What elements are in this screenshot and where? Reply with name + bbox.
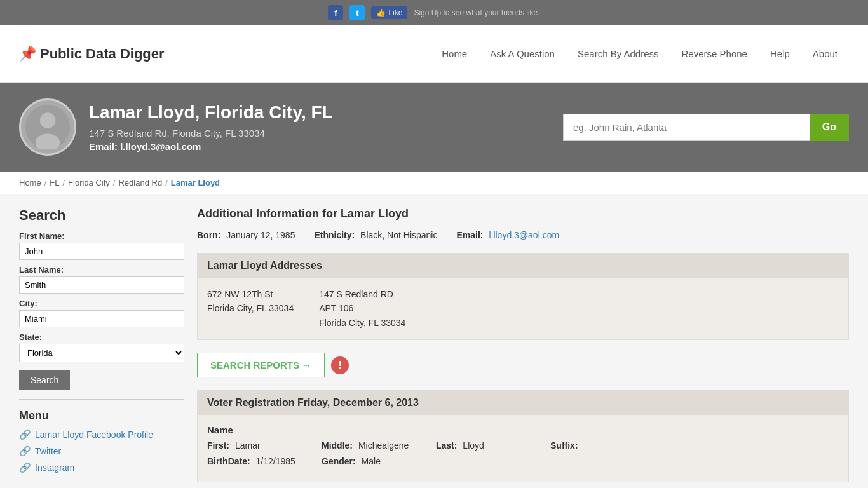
section-title: Additional Information for Lamar Lloyd xyxy=(197,207,849,220)
city-group: City: xyxy=(19,299,184,327)
facebook-icon: f xyxy=(328,5,343,20)
voter-middle: Middle: Michealgene xyxy=(322,440,436,451)
city-input[interactable] xyxy=(19,310,184,327)
main-layout: Search First Name: Last Name: City: Stat… xyxy=(0,194,868,488)
voter-heading: Voter Registration Friday, December 6, 2… xyxy=(198,391,848,415)
sidebar-search-heading: Search xyxy=(19,207,184,224)
voter-row-2: BirthDate: 1/12/1985 Gender: Male xyxy=(207,456,839,469)
site-header: 📌 Public Data Digger Home Ask A Question… xyxy=(0,25,868,83)
search-reports-button[interactable]: SEARCH REPORTS → xyxy=(197,353,325,377)
address1-line1: 672 NW 12Th St xyxy=(207,287,294,301)
address2-line2: APT 106 xyxy=(319,301,405,315)
ethnicity-label: Ethnicity: xyxy=(314,230,355,240)
svg-point-1 xyxy=(40,112,56,128)
pin-icon: 📌 xyxy=(19,46,36,62)
voter-body: Name First: Lamar Middle: Michealgene La… xyxy=(198,415,848,482)
sidebar-divider xyxy=(19,399,184,400)
nav-ask-question[interactable]: Ask A Question xyxy=(478,25,566,83)
sidebar-link-twitter[interactable]: 🔗 Twitter xyxy=(19,445,184,457)
voter-section: Voter Registration Friday, December 6, 2… xyxy=(197,390,849,482)
breadcrumb-home[interactable]: Home xyxy=(19,178,41,187)
last-name-group: Last Name: xyxy=(19,265,184,294)
twitter-icon: t xyxy=(349,5,365,20)
external-link-icon: 🔗 xyxy=(19,429,31,440)
voter-last: Last: Lloyd xyxy=(436,440,550,451)
main-content: Additional Information for Lamar Lloyd B… xyxy=(197,207,849,488)
facebook-like-button[interactable]: 👍 Like xyxy=(371,6,407,19)
born-label: Born: xyxy=(197,230,220,240)
address2-line3: Florida City, FL 33034 xyxy=(319,316,405,330)
breadcrumb-street[interactable]: Redland Rd xyxy=(118,178,162,187)
address-entry-1: 672 NW 12Th St Florida City, FL 33034 xyxy=(207,287,294,330)
address1-line2: Florida City, FL 33034 xyxy=(207,301,294,315)
last-name-input[interactable] xyxy=(19,276,184,294)
info-row: Born: January 12, 1985 Ethnicity: Black,… xyxy=(197,230,849,240)
external-link-icon: 🔗 xyxy=(19,445,31,457)
profile-banner: Lamar Lloyd, Florida City, FL 147 S Redl… xyxy=(0,83,868,172)
site-logo[interactable]: 📌 Public Data Digger xyxy=(19,46,165,62)
nav-reverse-phone[interactable]: Reverse Phone xyxy=(670,25,759,83)
state-select[interactable]: Florida Alabama Alaska Arizona Californi… xyxy=(19,344,184,362)
voter-suffix: Suffix: xyxy=(550,440,665,451)
menu-heading: Menu xyxy=(19,409,184,423)
nav-home[interactable]: Home xyxy=(430,25,478,83)
nav-help[interactable]: Help xyxy=(759,25,801,83)
first-name-input[interactable] xyxy=(19,243,184,260)
first-name-group: First Name: xyxy=(19,231,184,260)
banner-search-widget: Go xyxy=(563,114,849,141)
sidebar-search-button[interactable]: Search xyxy=(19,370,70,390)
state-group: State: Florida Alabama Alaska Arizona Ca… xyxy=(19,332,184,362)
voter-name-title: Name xyxy=(207,424,839,435)
profile-address: 147 S Redland Rd, Florida City, FL 33034 xyxy=(89,128,550,139)
sidebar-link-facebook[interactable]: 🔗 Lamar Lloyd Facebook Profile xyxy=(19,429,184,440)
state-label: State: xyxy=(19,332,184,342)
facebook-like-text: Sign Up to see what your friends like. xyxy=(414,8,539,17)
nav-about[interactable]: About xyxy=(801,25,849,83)
search-reports-area: SEARCH REPORTS → ! xyxy=(197,353,849,377)
addresses-section: Lamar Lloyd Addresses 672 NW 12Th St Flo… xyxy=(197,253,849,340)
breadcrumb-person: Lamar Lloyd xyxy=(171,178,220,187)
last-name-label: Last Name: xyxy=(19,265,184,274)
voter-row-1: First: Lamar Middle: Michealgene Last: L… xyxy=(207,440,839,453)
born-info: Born: January 12, 1985 xyxy=(197,230,295,240)
profile-name: Lamar Lloyd, Florida City, FL xyxy=(89,102,550,123)
banner-search-input[interactable] xyxy=(563,114,810,141)
addresses-heading: Lamar Lloyd Addresses xyxy=(198,254,848,278)
voter-gender: Gender: Male xyxy=(322,456,436,466)
sidebar-link-instagram[interactable]: 🔗 Instagram xyxy=(19,462,184,473)
social-bar: f t 👍 Like Sign Up to see what your frie… xyxy=(0,0,868,25)
email-info: Email: l.lloyd.3@aol.com xyxy=(456,230,559,240)
sidebar: Search First Name: Last Name: City: Stat… xyxy=(19,207,184,488)
external-link-icon: 🔗 xyxy=(19,462,31,473)
ethnicity-info: Ethnicity: Black, Not Hispanic xyxy=(314,230,437,240)
born-value: January 12, 1985 xyxy=(226,230,295,240)
nav-search-by-address[interactable]: Search By Address xyxy=(566,25,670,83)
profile-avatar xyxy=(19,98,76,156)
breadcrumb: Home / FL / Florida City / Redland Rd / … xyxy=(0,172,868,194)
breadcrumb-city[interactable]: Florida City xyxy=(68,178,110,187)
alert-icon: ! xyxy=(331,356,349,374)
site-nav: Home Ask A Question Search By Address Re… xyxy=(430,25,849,83)
voter-birthdate: BirthDate: 1/12/1985 xyxy=(207,456,322,466)
ethnicity-value: Black, Not Hispanic xyxy=(360,230,437,240)
address-entry-2: 147 S Redland RD APT 106 Florida City, F… xyxy=(319,287,405,330)
address2-line1: 147 S Redland RD xyxy=(319,287,405,301)
email-label: Email: xyxy=(456,230,483,240)
addresses-body: 672 NW 12Th St Florida City, FL 33034 14… xyxy=(198,278,848,339)
breadcrumb-state[interactable]: FL xyxy=(50,178,59,187)
banner-go-button[interactable]: Go xyxy=(810,114,849,141)
voter-first: First: Lamar xyxy=(207,440,322,451)
city-label: City: xyxy=(19,299,184,308)
profile-email: Email: l.lloyd.3@aol.com xyxy=(89,141,550,152)
first-name-label: First Name: xyxy=(19,231,184,241)
email-value[interactable]: l.lloyd.3@aol.com xyxy=(489,230,559,240)
profile-info: Lamar Lloyd, Florida City, FL 147 S Redl… xyxy=(89,102,550,152)
